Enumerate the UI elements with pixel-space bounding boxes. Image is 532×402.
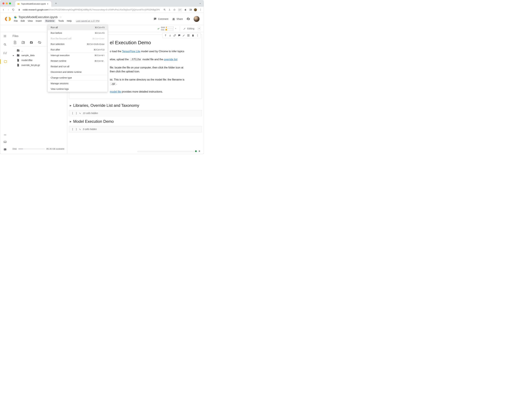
menu-help[interactable]: Help [67, 20, 72, 22]
minimize-window-button[interactable] [6, 2, 8, 4]
menu-file[interactable]: File [14, 20, 18, 22]
command-palette-icon[interactable] [3, 140, 7, 144]
runtime-menu-item[interactable]: Change runtime type [48, 75, 108, 80]
resource-dropdown-icon[interactable] [175, 28, 177, 30]
refresh-icon[interactable] [21, 41, 25, 44]
hidden2-label: 3 cells hidden [83, 128, 97, 130]
colab-header: TopicsModelExecution.ipynb ☆ File Edit V… [0, 13, 204, 25]
last-saved-label[interactable]: Last saved at 1:27 PM [76, 20, 100, 22]
maximize-window-button[interactable] [9, 2, 11, 4]
mirror-icon[interactable] [187, 34, 190, 37]
collapse-icon[interactable]: ▶ [70, 120, 72, 123]
more-icon[interactable] [196, 34, 199, 37]
collapse-header-button[interactable] [197, 27, 201, 30]
left-rail: {x} <> [0, 32, 10, 154]
collapse-icon[interactable]: ▶ [70, 104, 72, 107]
profile-avatar[interactable] [194, 8, 197, 11]
extensions-icon[interactable] [184, 8, 187, 11]
share-icon [172, 17, 175, 21]
svg-rect-22 [187, 35, 188, 37]
cell-heading: el Execution Demo [110, 39, 196, 47]
runtime-menu-item[interactable]: View runtime logs [48, 86, 108, 92]
horizontal-scrollbar[interactable] [137, 151, 200, 152]
notebook-title[interactable]: TopicsModelExecution.ipynb [19, 15, 58, 19]
bookmark-icon[interactable] [173, 8, 176, 11]
code-snippets-icon[interactable]: <> [3, 133, 7, 137]
editing-mode-button[interactable]: Editing [183, 27, 194, 30]
menu-item-label: Restart and run all [51, 65, 69, 68]
new-tab-button[interactable]: + [54, 1, 58, 6]
toc-icon[interactable] [0, 34, 10, 38]
share-button[interactable]: Share [172, 17, 183, 21]
model-file-link[interactable]: model file [110, 90, 121, 93]
menu-edit[interactable]: Edit [21, 20, 25, 22]
section-2[interactable]: ▶Model Execution Demo [70, 119, 201, 124]
tabs-chevron-icon[interactable] [199, 2, 202, 5]
zoom-icon[interactable] [163, 8, 166, 11]
runtime-menu-item[interactable]: Restart runtime⌘/Ctrl+M . [48, 58, 108, 64]
runtime-menu-item[interactable]: Run all⌘/Ctrl+F9 [48, 25, 108, 30]
colab-favicon-icon [17, 3, 20, 5]
search-icon[interactable] [0, 42, 10, 47]
close-window-button[interactable] [2, 2, 4, 4]
back-button[interactable] [2, 8, 5, 11]
upload-icon[interactable] [13, 41, 17, 44]
add-comment-icon[interactable] [178, 34, 181, 37]
lock-icon[interactable] [18, 8, 20, 11]
files-icon[interactable] [0, 59, 10, 64]
svg-rect-5 [190, 9, 191, 10]
kernel-status-dot-icon[interactable] [195, 150, 197, 152]
variables-icon[interactable]: {x} [0, 51, 10, 55]
profile-badge[interactable]: OT [178, 8, 182, 11]
tree-file1-label: model.tflite [21, 59, 32, 62]
folder-up-icon [17, 49, 20, 52]
tflite-link[interactable]: TensorFlow Lite [122, 50, 140, 53]
svg-point-16 [4, 36, 4, 36]
close-status-icon[interactable]: × [199, 150, 200, 153]
user-avatar[interactable] [194, 16, 200, 22]
menu-item-label: Run the focused cell [51, 37, 71, 40]
hidden-cells-2[interactable]: [ ] ↳ 3 cells hidden [69, 126, 202, 132]
reload-button[interactable] [12, 8, 14, 11]
runtime-menu-item[interactable]: Run before⌘/Ctrl+F8 [48, 30, 108, 36]
runtime-menu-item[interactable]: Restart and run all [48, 64, 108, 69]
cell-brackets: [ ] [72, 112, 77, 114]
hide-hidden-icon[interactable] [38, 41, 41, 44]
mount-drive-icon[interactable] [30, 41, 33, 44]
install-icon[interactable] [168, 8, 171, 11]
hidden-cells-1[interactable]: [ ] ↳ 10 cells hidden [69, 110, 202, 116]
runtime-menu-item[interactable]: Run selection⌘/Ctrl+Shift+Enter [48, 41, 108, 47]
menu-item-label: Change runtime type [51, 76, 72, 79]
menu-insert[interactable]: Insert [36, 20, 42, 22]
menu-runtime[interactable]: Runtime [44, 19, 55, 23]
chrome-menu-icon[interactable] [199, 8, 202, 11]
runtime-menu-item[interactable]: Disconnect and delete runtime [48, 69, 108, 75]
menu-tools[interactable]: Tools [58, 20, 64, 22]
menu-view[interactable]: View [28, 20, 33, 22]
svg-point-6 [200, 9, 201, 9]
terminal-icon[interactable] [3, 147, 7, 152]
close-tab-icon[interactable]: × [47, 3, 49, 5]
runtime-menu-item[interactable]: Interrupt execution⌘/Ctrl+M I [48, 53, 108, 58]
delete-icon[interactable] [191, 34, 194, 37]
svg-rect-11 [154, 18, 156, 19]
override-list-link[interactable]: override list [164, 58, 177, 61]
link-icon[interactable] [173, 34, 176, 37]
move-up-icon[interactable] [164, 34, 167, 37]
browser-tab[interactable]: TopicsModelExecution.ipynb × [15, 1, 51, 7]
star-icon[interactable]: ☆ [59, 15, 62, 19]
move-down-icon[interactable] [169, 34, 171, 37]
runtime-menu-item[interactable]: Run after⌘/Ctrl+F10 [48, 47, 108, 52]
tree-up-label: .. [21, 49, 23, 52]
edit-cell-icon[interactable] [182, 34, 185, 37]
comment-button[interactable]: Comment [153, 17, 168, 21]
url-bar[interactable]: colab.research.google.com/drive/1Fk1iZO6… [23, 8, 161, 11]
resource-indicator[interactable]: RAM Disk [157, 26, 177, 31]
runtime-menu-item[interactable]: Manage sessions [48, 81, 108, 86]
settings-icon[interactable] [186, 17, 190, 21]
file-icon [17, 63, 20, 67]
svg-rect-19 [4, 141, 6, 143]
sidepanel-icon[interactable] [189, 8, 192, 11]
colab-logo-icon[interactable] [4, 17, 11, 21]
section-1[interactable]: ▶Libraries, Override List and Taxonomy [70, 103, 201, 108]
